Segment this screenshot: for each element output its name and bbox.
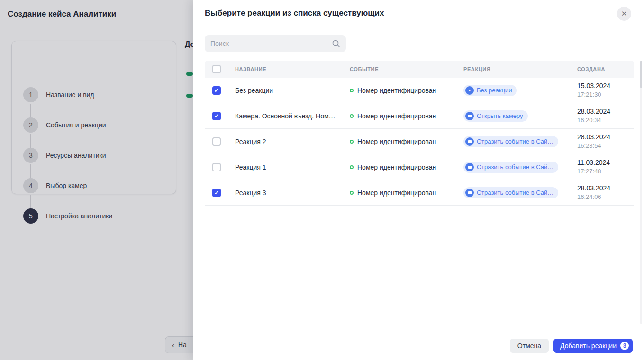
reaction-badge: Отразить событие в Сай… [463, 136, 558, 147]
created-date: 15.03.2024 [577, 81, 634, 90]
selected-count-badge: 3 [620, 342, 629, 350]
reaction-badge-label: Без реакции [477, 87, 512, 94]
created-date: 28.03.2024 [577, 133, 634, 142]
event-status-icon [350, 114, 354, 118]
table-row[interactable]: Камера. Основной въезд. Ном… Номер идент… [205, 103, 634, 129]
created-time: 17:21:30 [577, 90, 634, 99]
scrollbar[interactable] [640, 61, 642, 324]
event-status-icon [350, 140, 354, 144]
reaction-badge: Открыть камеру [463, 110, 528, 122]
column-header-name: НАЗВАНИЕ [235, 66, 350, 72]
table-header-row: НАЗВАНИЕ СОБЫТИЕ РЕАКЦИЯ СОЗДАНА [205, 61, 634, 78]
camera-icon [465, 189, 474, 197]
table-row[interactable]: Реакция 1 Номер идентифицирован Отразить… [205, 154, 634, 180]
table-row[interactable]: Реакция 3 Номер идентифицирован Отразить… [205, 180, 634, 206]
reaction-name: Реакция 1 [235, 163, 343, 171]
row-checkbox[interactable] [212, 86, 221, 95]
reaction-badge-label: Отразить событие в Сай… [477, 189, 553, 196]
created-date: 28.03.2024 [577, 184, 634, 193]
add-reactions-label: Добавить реакции [560, 342, 617, 350]
add-reactions-button[interactable]: Добавить реакции 3 [553, 339, 633, 353]
scrollbar-thumb[interactable] [640, 61, 642, 88]
row-checkbox[interactable] [212, 112, 221, 120]
event-status-icon [350, 165, 354, 169]
created-time: 16:20:34 [577, 116, 634, 125]
row-checkbox[interactable] [212, 137, 221, 146]
reactions-table: НАЗВАНИЕ СОБЫТИЕ РЕАКЦИЯ СОЗДАНА Без реа… [205, 61, 634, 206]
select-reactions-modal: Выберите реакции из списка существующих … [193, 0, 644, 360]
created-time: 16:23:54 [577, 142, 634, 150]
created-time: 16:24:06 [577, 193, 634, 201]
event-name: Номер идентифицирован [357, 189, 436, 197]
reaction-badge-label: Отразить событие в Сай… [477, 138, 553, 145]
created-time: 17:27:48 [577, 167, 634, 176]
column-header-reaction: РЕАКЦИЯ [463, 66, 577, 72]
event-name: Номер идентифицирован [357, 112, 436, 120]
reaction-badge: Отразить событие в Сай… [463, 162, 558, 173]
reaction-name: Реакция 3 [235, 189, 343, 197]
cancel-button[interactable]: Отмена [510, 339, 549, 353]
event-status-icon [350, 191, 354, 195]
column-header-event: СОБЫТИЕ [350, 66, 463, 72]
modal-footer: Отмена Добавить реакции 3 [193, 332, 644, 360]
reaction-name: Камера. Основной въезд. Ном… [235, 112, 343, 120]
modal-title: Выберите реакции из списка существующих [205, 9, 384, 18]
search-icon [332, 39, 340, 48]
reaction-name: Без реакции [235, 87, 343, 94]
search-input[interactable] [210, 40, 332, 47]
event-name: Номер идентифицирован [357, 87, 436, 94]
created-date: 11.03.2024 [577, 158, 634, 167]
row-checkbox[interactable] [212, 163, 221, 171]
camera-icon [465, 163, 474, 171]
camera-icon [465, 112, 474, 120]
select-all-checkbox[interactable] [212, 65, 221, 73]
created-date: 28.03.2024 [577, 107, 634, 116]
column-header-created: СОЗДАНА [577, 66, 634, 72]
event-status-icon [350, 89, 354, 92]
reaction-badge: Без реакции [463, 85, 517, 96]
camera-icon [465, 137, 474, 146]
event-name: Номер идентифицирован [357, 138, 436, 145]
reaction-badge-label: Отразить событие в Сай… [477, 163, 553, 171]
bell-icon [465, 86, 474, 95]
close-icon[interactable]: ✕ [617, 7, 631, 21]
row-checkbox[interactable] [212, 189, 221, 197]
event-name: Номер идентифицирован [357, 163, 436, 171]
reaction-badge-label: Открыть камеру [477, 112, 523, 119]
reaction-name: Реакция 2 [235, 138, 343, 145]
table-row[interactable]: Реакция 2 Номер идентифицирован Отразить… [205, 129, 634, 154]
table-row[interactable]: Без реакции Номер идентифицирован Без ре… [205, 78, 634, 103]
search-box [205, 35, 346, 52]
reaction-badge: Отразить событие в Сай… [463, 187, 558, 198]
